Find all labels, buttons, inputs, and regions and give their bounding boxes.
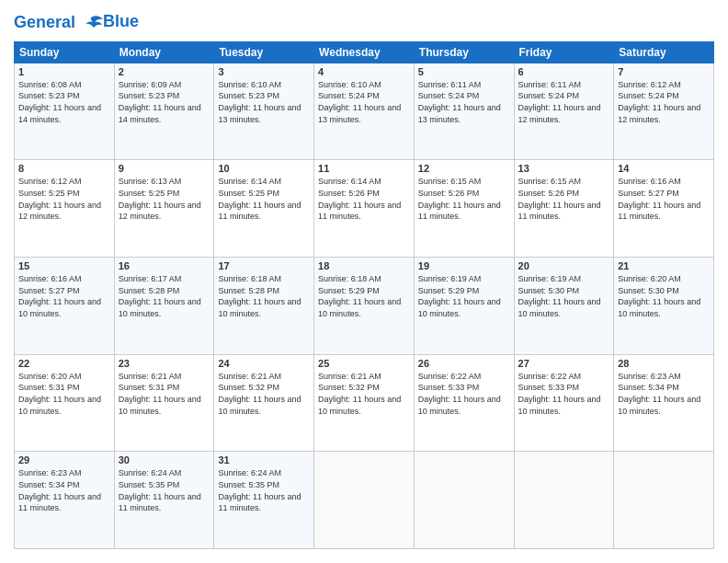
calendar-cell: 8Sunrise: 6:12 AMSunset: 5:25 PMDaylight… xyxy=(15,160,115,258)
day-number: 8 xyxy=(18,163,110,174)
day-info: Sunrise: 6:08 AMSunset: 5:23 PMDaylight:… xyxy=(18,79,110,125)
day-number: 1 xyxy=(18,66,110,77)
day-number: 4 xyxy=(318,66,410,77)
day-info: Sunrise: 6:22 AMSunset: 5:33 PMDaylight:… xyxy=(518,371,610,417)
page: General Blue SundayMondayTuesdayWednesda… xyxy=(0,0,728,563)
calendar-cell: 5Sunrise: 6:11 AMSunset: 5:24 PMDaylight… xyxy=(414,63,514,160)
logo-general: General xyxy=(14,14,103,32)
day-number: 2 xyxy=(119,66,210,77)
day-info: Sunrise: 6:11 AMSunset: 5:24 PMDaylight:… xyxy=(418,79,510,125)
day-info: Sunrise: 6:17 AMSunset: 5:28 PMDaylight:… xyxy=(119,273,210,319)
week-row-1: 1Sunrise: 6:08 AMSunset: 5:23 PMDaylight… xyxy=(15,63,714,160)
day-info: Sunrise: 6:22 AMSunset: 5:33 PMDaylight:… xyxy=(418,371,510,417)
day-info: Sunrise: 6:21 AMSunset: 5:32 PMDaylight:… xyxy=(318,371,410,417)
calendar-cell: 12Sunrise: 6:15 AMSunset: 5:26 PMDayligh… xyxy=(414,160,514,258)
calendar-cell: 15Sunrise: 6:16 AMSunset: 5:27 PMDayligh… xyxy=(15,258,115,355)
calendar-cell: 16Sunrise: 6:17 AMSunset: 5:28 PMDayligh… xyxy=(114,258,214,355)
day-number: 19 xyxy=(418,260,510,271)
calendar-cell: 18Sunrise: 6:18 AMSunset: 5:29 PMDayligh… xyxy=(314,258,415,355)
day-info: Sunrise: 6:24 AMSunset: 5:35 PMDaylight:… xyxy=(218,467,310,513)
day-number: 7 xyxy=(618,66,710,77)
calendar-body: 1Sunrise: 6:08 AMSunset: 5:23 PMDaylight… xyxy=(15,63,714,548)
week-row-3: 15Sunrise: 6:16 AMSunset: 5:27 PMDayligh… xyxy=(15,258,714,355)
logo-general-text: General xyxy=(14,13,75,31)
logo-bird-icon xyxy=(83,15,103,31)
calendar-cell: 13Sunrise: 6:15 AMSunset: 5:26 PMDayligh… xyxy=(514,160,614,258)
day-number: 23 xyxy=(119,358,210,369)
calendar-cell: 4Sunrise: 6:10 AMSunset: 5:24 PMDaylight… xyxy=(314,63,415,160)
week-row-5: 29Sunrise: 6:23 AMSunset: 5:34 PMDayligh… xyxy=(15,452,714,549)
day-number: 10 xyxy=(218,163,310,174)
calendar-cell: 1Sunrise: 6:08 AMSunset: 5:23 PMDaylight… xyxy=(15,63,115,160)
header-day-sunday: Sunday xyxy=(15,41,115,63)
calendar-cell: 7Sunrise: 6:12 AMSunset: 5:24 PMDaylight… xyxy=(614,63,714,160)
day-number: 13 xyxy=(518,163,610,174)
calendar-table: SundayMondayTuesdayWednesdayThursdayFrid… xyxy=(14,41,714,549)
header-row: SundayMondayTuesdayWednesdayThursdayFrid… xyxy=(15,41,714,63)
day-number: 31 xyxy=(218,454,310,465)
calendar-cell: 6Sunrise: 6:11 AMSunset: 5:24 PMDaylight… xyxy=(514,63,614,160)
day-number: 9 xyxy=(119,163,210,174)
calendar-cell xyxy=(614,452,714,549)
calendar-cell: 31Sunrise: 6:24 AMSunset: 5:35 PMDayligh… xyxy=(214,452,314,549)
day-info: Sunrise: 6:16 AMSunset: 5:27 PMDaylight:… xyxy=(18,273,110,319)
calendar-cell: 11Sunrise: 6:14 AMSunset: 5:26 PMDayligh… xyxy=(314,160,415,258)
day-number: 30 xyxy=(119,454,210,465)
day-info: Sunrise: 6:10 AMSunset: 5:23 PMDaylight:… xyxy=(218,79,310,125)
day-info: Sunrise: 6:21 AMSunset: 5:31 PMDaylight:… xyxy=(119,371,210,417)
day-info: Sunrise: 6:16 AMSunset: 5:27 PMDaylight:… xyxy=(618,176,710,222)
day-number: 18 xyxy=(318,260,410,271)
calendar-cell: 22Sunrise: 6:20 AMSunset: 5:31 PMDayligh… xyxy=(15,354,115,452)
header-day-friday: Friday xyxy=(514,41,614,63)
day-number: 28 xyxy=(618,358,710,369)
header-day-thursday: Thursday xyxy=(414,41,514,63)
week-row-2: 8Sunrise: 6:12 AMSunset: 5:25 PMDaylight… xyxy=(15,160,714,258)
calendar-cell: 10Sunrise: 6:14 AMSunset: 5:25 PMDayligh… xyxy=(214,160,314,258)
day-info: Sunrise: 6:24 AMSunset: 5:35 PMDaylight:… xyxy=(119,467,210,513)
calendar-cell: 2Sunrise: 6:09 AMSunset: 5:23 PMDaylight… xyxy=(114,63,214,160)
day-info: Sunrise: 6:15 AMSunset: 5:26 PMDaylight:… xyxy=(418,176,510,222)
day-info: Sunrise: 6:23 AMSunset: 5:34 PMDaylight:… xyxy=(618,371,710,417)
header-day-monday: Monday xyxy=(114,41,214,63)
day-info: Sunrise: 6:12 AMSunset: 5:25 PMDaylight:… xyxy=(18,176,110,222)
calendar-cell xyxy=(514,452,614,549)
day-info: Sunrise: 6:20 AMSunset: 5:30 PMDaylight:… xyxy=(618,273,710,319)
day-number: 26 xyxy=(418,358,510,369)
day-number: 17 xyxy=(218,260,310,271)
day-info: Sunrise: 6:11 AMSunset: 5:24 PMDaylight:… xyxy=(518,79,610,125)
calendar-cell: 9Sunrise: 6:13 AMSunset: 5:25 PMDaylight… xyxy=(114,160,214,258)
header: General Blue xyxy=(14,14,714,32)
calendar-header: SundayMondayTuesdayWednesdayThursdayFrid… xyxy=(15,41,714,63)
calendar-cell: 30Sunrise: 6:24 AMSunset: 5:35 PMDayligh… xyxy=(114,452,214,549)
logo-blue-text: Blue xyxy=(103,13,139,31)
day-number: 25 xyxy=(318,358,410,369)
day-number: 21 xyxy=(618,260,710,271)
calendar-cell: 24Sunrise: 6:21 AMSunset: 5:32 PMDayligh… xyxy=(214,354,314,452)
calendar-cell: 29Sunrise: 6:23 AMSunset: 5:34 PMDayligh… xyxy=(15,452,115,549)
day-info: Sunrise: 6:15 AMSunset: 5:26 PMDaylight:… xyxy=(518,176,610,222)
day-number: 22 xyxy=(18,358,110,369)
calendar-cell: 3Sunrise: 6:10 AMSunset: 5:23 PMDaylight… xyxy=(214,63,314,160)
day-number: 5 xyxy=(418,66,510,77)
day-info: Sunrise: 6:23 AMSunset: 5:34 PMDaylight:… xyxy=(18,467,110,513)
header-day-wednesday: Wednesday xyxy=(314,41,415,63)
day-info: Sunrise: 6:20 AMSunset: 5:31 PMDaylight:… xyxy=(18,371,110,417)
calendar-cell: 23Sunrise: 6:21 AMSunset: 5:31 PMDayligh… xyxy=(114,354,214,452)
calendar-cell: 20Sunrise: 6:19 AMSunset: 5:30 PMDayligh… xyxy=(514,258,614,355)
header-day-tuesday: Tuesday xyxy=(214,41,314,63)
day-number: 11 xyxy=(318,163,410,174)
day-info: Sunrise: 6:18 AMSunset: 5:29 PMDaylight:… xyxy=(318,273,410,319)
day-info: Sunrise: 6:13 AMSunset: 5:25 PMDaylight:… xyxy=(119,176,210,222)
day-number: 24 xyxy=(218,358,310,369)
day-number: 20 xyxy=(518,260,610,271)
calendar-cell: 21Sunrise: 6:20 AMSunset: 5:30 PMDayligh… xyxy=(614,258,714,355)
day-number: 29 xyxy=(18,454,110,465)
calendar-cell: 26Sunrise: 6:22 AMSunset: 5:33 PMDayligh… xyxy=(414,354,514,452)
day-number: 27 xyxy=(518,358,610,369)
day-info: Sunrise: 6:10 AMSunset: 5:24 PMDaylight:… xyxy=(318,79,410,125)
day-number: 3 xyxy=(218,66,310,77)
week-row-4: 22Sunrise: 6:20 AMSunset: 5:31 PMDayligh… xyxy=(15,354,714,452)
day-info: Sunrise: 6:14 AMSunset: 5:26 PMDaylight:… xyxy=(318,176,410,222)
day-number: 15 xyxy=(18,260,110,271)
day-info: Sunrise: 6:19 AMSunset: 5:29 PMDaylight:… xyxy=(418,273,510,319)
